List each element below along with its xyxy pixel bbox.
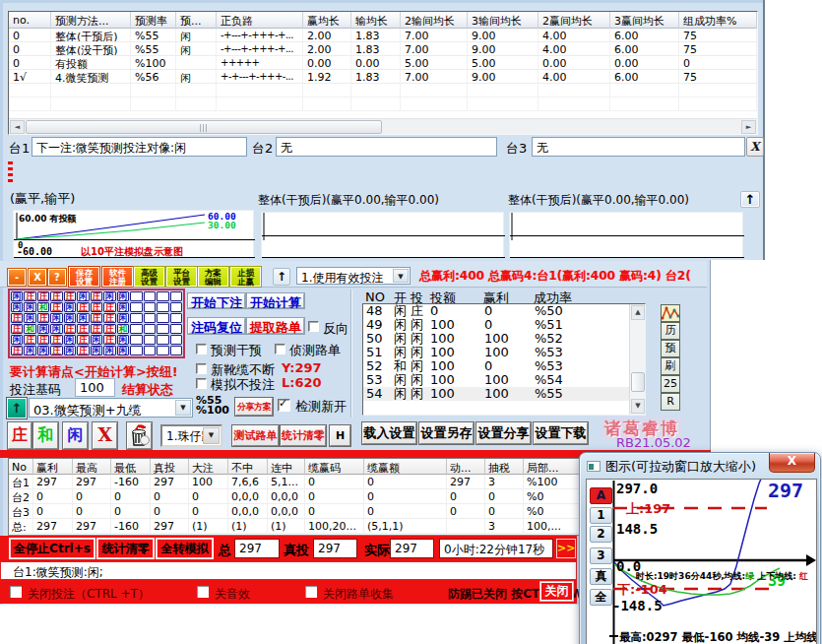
stats-header-cell[interactable]: 最高: [73, 459, 111, 475]
base-code-input[interactable]: 100: [75, 378, 115, 397]
prediction-table-header-cell[interactable]: 预测率: [131, 12, 176, 29]
simulate-no-bet-checkbox[interactable]: [196, 378, 207, 389]
bead-cell[interactable]: 庄: [11, 346, 23, 355]
series-3-button[interactable]: 3: [590, 547, 612, 564]
bead-cell[interactable]: [157, 313, 168, 323]
bead-cell[interactable]: 闲: [64, 335, 76, 345]
total-input[interactable]: 297: [234, 539, 280, 558]
close-panel-button[interactable]: X: [746, 137, 764, 157]
h-button[interactable]: H: [330, 425, 350, 446]
n25-button[interactable]: 25: [661, 375, 680, 393]
bead-cell[interactable]: 闲: [64, 313, 76, 323]
bead-cell[interactable]: 庄: [77, 335, 89, 345]
extract-road-button[interactable]: 提取路单: [247, 318, 304, 334]
share-plan-button[interactable]: 分享方案: [235, 398, 273, 416]
stats-header-cell[interactable]: No: [9, 459, 33, 475]
minimize-button[interactable]: -: [8, 269, 26, 286]
table1-next-bet-input[interactable]: 下一注:微笑预测投注对像:闲: [32, 137, 247, 157]
drag-handle[interactable]: [8, 161, 13, 184]
save-as-settings-button[interactable]: 设置另存: [419, 422, 474, 444]
scroll-right-icon[interactable]: ►: [741, 120, 756, 134]
table3-next-bet-input[interactable]: 无: [532, 137, 745, 157]
bead-cell[interactable]: 闲: [24, 313, 35, 323]
bead-cell[interactable]: [170, 302, 182, 312]
bead-cell[interactable]: 庄: [24, 335, 35, 345]
prediction-table[interactable]: no.预测方法...预测率预...正负路赢均长输均长2输间均长3输间均长2赢间均…: [8, 11, 758, 135]
bead-cell[interactable]: 和: [37, 302, 49, 312]
scrollbar-thumb[interactable]: [631, 372, 645, 392]
bead-cell[interactable]: 闲: [77, 313, 89, 323]
bead-cell[interactable]: 庄: [103, 302, 115, 312]
bead-cell[interactable]: 和: [117, 324, 129, 334]
bead-cell[interactable]: 闲: [91, 335, 102, 345]
bead-cell[interactable]: 闲: [77, 291, 89, 301]
chevron-down-icon[interactable]: ▼: [203, 427, 220, 444]
scroll-left-icon[interactable]: ◄: [10, 120, 25, 134]
bead-cell[interactable]: 闲: [91, 346, 102, 355]
bead-cell[interactable]: [157, 302, 168, 312]
toolbar-up-icon[interactable]: ↑: [273, 268, 290, 286]
bead-cell[interactable]: [170, 291, 182, 301]
bead-cell[interactable]: 闲: [117, 313, 129, 323]
download-settings-button[interactable]: 设置下载: [534, 422, 588, 444]
series-2-button[interactable]: 2: [590, 526, 612, 543]
prediction-table-header-cell[interactable]: 赢均长: [303, 12, 351, 29]
bead-cell[interactable]: [170, 324, 182, 334]
bead-cell[interactable]: [130, 335, 142, 345]
stats-header-cell[interactable]: 赢利: [33, 459, 73, 475]
bead-cell[interactable]: 闲: [50, 324, 62, 334]
bead-cell[interactable]: 闲: [117, 346, 129, 355]
real-button[interactable]: 真: [590, 568, 612, 585]
detect-road-checkbox[interactable]: [275, 344, 285, 354]
stats-header-cell[interactable]: 不中: [228, 459, 268, 475]
bead-cell[interactable]: 闲: [37, 346, 49, 355]
check-new-open-checkbox[interactable]: [278, 399, 290, 412]
table-row[interactable]: 0 有投额 %100 +++++ 0.00 0.00 5.00 5.00 0.0…: [9, 56, 757, 70]
more-button[interactable]: >>: [556, 539, 576, 558]
bet-mode-select[interactable]: 1.使用有效投注 ▼: [296, 267, 411, 285]
bead-cell[interactable]: [170, 346, 182, 355]
reverse-checkbox[interactable]: [308, 321, 319, 332]
refresh-button[interactable]: 刷: [661, 357, 680, 375]
prediction-table-header-cell[interactable]: 2输间均长: [401, 12, 468, 29]
bead-cell[interactable]: 庄: [11, 324, 23, 334]
xian-button[interactable]: 闲: [63, 422, 88, 449]
bead-cell[interactable]: 闲: [64, 302, 76, 312]
bead-cell[interactable]: 和: [24, 324, 35, 334]
prediction-table-header-cell[interactable]: 3输间均长: [468, 12, 538, 29]
road-type-select[interactable]: 1.珠仔路 ▼: [160, 424, 222, 447]
table-row[interactable]: 总: 297 297 -160 297 (1) (1) (1) 100,20..…: [9, 519, 631, 534]
bead-road-grid[interactable]: 闲庄庄庄庄闲庄闲闲闲闲和庄闲庄庄庄闲庄闲庄闲闲闲庄庄闲庄和闲闲庄庄庄庄和闲庄庄庄…: [8, 289, 185, 358]
stop-all-button[interactable]: 全停止Ctrl+s: [10, 539, 95, 558]
trend-chart-button[interactable]: [661, 304, 680, 322]
bead-cell[interactable]: 闲: [64, 346, 76, 355]
prediction-table-header-cell[interactable]: 组成功率%: [679, 12, 757, 29]
reset-codes-button[interactable]: 注码复位: [188, 318, 245, 334]
chevron-down-icon[interactable]: ▼: [393, 269, 409, 283]
bead-cell[interactable]: 庄: [77, 324, 89, 334]
prediction-table-header-cell[interactable]: 正负路: [217, 12, 303, 29]
bead-cell[interactable]: 闲: [37, 324, 49, 334]
bead-cell[interactable]: 庄: [91, 313, 102, 323]
start-bet-button[interactable]: 开始下注: [188, 293, 245, 308]
bead-cell[interactable]: 庄: [91, 302, 102, 312]
bead-cell[interactable]: 闲: [50, 313, 62, 323]
new-shoe-checkbox[interactable]: [196, 363, 207, 374]
bead-cell[interactable]: 闲: [11, 291, 23, 301]
bead-cell[interactable]: [144, 291, 156, 301]
bead-cell[interactable]: [157, 324, 168, 334]
predict-intervene-checkbox[interactable]: [196, 344, 207, 354]
prediction-table-header-cell[interactable]: 输均长: [351, 12, 401, 29]
bead-cell[interactable]: 庄: [77, 302, 89, 312]
bead-cell[interactable]: 庄: [91, 324, 102, 334]
prediction-table-header-cell[interactable]: 预测方法...: [51, 12, 131, 29]
test-road-button[interactable]: 测试路单: [232, 425, 279, 446]
bead-cell[interactable]: [144, 313, 156, 323]
bead-cell[interactable]: [130, 313, 142, 323]
bead-cell[interactable]: 庄: [24, 291, 35, 301]
help-button[interactable]: ?: [48, 269, 66, 286]
bead-cell[interactable]: 闲: [24, 346, 35, 355]
prediction-table-header-cell[interactable]: no.: [9, 12, 51, 29]
bead-cell[interactable]: 庄: [37, 313, 49, 323]
bead-cell[interactable]: 庄: [50, 291, 62, 301]
